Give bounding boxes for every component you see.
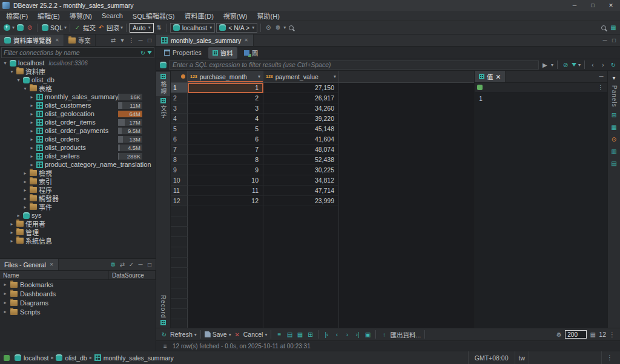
chevron-down-icon[interactable]: ▾ bbox=[551, 62, 553, 68]
maximize-panel-icon[interactable]: □ bbox=[145, 261, 154, 269]
cell-purchase-month[interactable]: 9 bbox=[188, 165, 263, 175]
network-icon[interactable]: ⊙ bbox=[264, 24, 272, 32]
tree-item-事件[interactable]: ▸事件 bbox=[0, 203, 156, 211]
expander-icon[interactable]: ▸ bbox=[2, 300, 8, 305]
expander-icon[interactable]: ▾ bbox=[9, 69, 15, 74]
chevron-down-icon[interactable]: ▾ bbox=[12, 25, 15, 30]
expander-icon[interactable]: ▸ bbox=[29, 162, 35, 167]
refresh-icon[interactable]: ↻ bbox=[160, 330, 168, 339]
expander-icon[interactable]: ▸ bbox=[29, 103, 35, 108]
toggle-panels-icon[interactable]: ▾ bbox=[610, 73, 618, 82]
aggregate-panel-icon[interactable]: ▦ bbox=[610, 123, 618, 132]
subtab-資料[interactable]: 資料 bbox=[208, 47, 237, 59]
tree-item-資料庫[interactable]: ▾資料庫 bbox=[0, 67, 156, 76]
column-header-purchase_month[interactable]: 123purchase_month▾ bbox=[188, 71, 263, 82]
expander-icon[interactable]: ▸ bbox=[29, 94, 35, 100]
subtab-圖[interactable]: 圖 bbox=[240, 47, 263, 59]
file-item-Scripts[interactable]: ▸Scripts bbox=[0, 307, 156, 316]
sql-filter-input[interactable] bbox=[173, 61, 535, 68]
history-back-icon[interactable]: ‹ bbox=[589, 60, 597, 69]
expander-icon[interactable]: ▸ bbox=[2, 291, 8, 296]
cell-purchase-month[interactable]: 8 bbox=[188, 155, 263, 165]
sql-editor-button[interactable]: SQL bbox=[50, 24, 63, 31]
breadcrumb-localhost[interactable]: localhost bbox=[13, 354, 50, 362]
row-number[interactable]: 9 bbox=[171, 165, 188, 175]
sql-editor-icon[interactable] bbox=[41, 24, 49, 32]
menu-item-視窗(W)[interactable]: 視窗(W) bbox=[219, 11, 252, 21]
previous-row-icon[interactable]: ‹ bbox=[332, 330, 341, 339]
expander-icon[interactable]: ▸ bbox=[29, 111, 35, 117]
chevron-down-icon[interactable]: ▾ bbox=[120, 25, 123, 30]
expander-icon[interactable]: ▸ bbox=[9, 221, 15, 227]
expander-icon[interactable]: ▸ bbox=[2, 309, 8, 314]
tree-item-olist_orders[interactable]: ▸olist_orders13M bbox=[0, 135, 156, 143]
rollback-icon[interactable]: ↶ bbox=[97, 24, 105, 32]
row-number[interactable]: 12 bbox=[171, 196, 188, 206]
menu-item-幫助(H)[interactable]: 幫助(H) bbox=[252, 11, 285, 21]
close-icon[interactable]: ✕ bbox=[244, 37, 248, 43]
settings-icon[interactable]: ⚙ bbox=[109, 261, 117, 269]
minimize-panel-icon[interactable]: ─ bbox=[136, 36, 145, 45]
view-settings-icon[interactable]: ⊞ bbox=[306, 330, 314, 339]
cell-payment-value[interactable]: 34,812 bbox=[263, 175, 339, 186]
disconnect-icon[interactable]: ⊘ bbox=[25, 24, 34, 32]
tree-item-olist_customers[interactable]: ▸olist_customers11M bbox=[0, 101, 156, 109]
save-button[interactable]: Save bbox=[213, 331, 227, 338]
column-dropdown-icon[interactable]: ▾ bbox=[334, 74, 336, 79]
expander-icon[interactable]: ▸ bbox=[29, 145, 35, 151]
menu-item-編輯(E)[interactable]: 編輯(E) bbox=[33, 11, 65, 21]
minimize-panel-icon[interactable]: ─ bbox=[597, 73, 605, 81]
column-header-payment_value[interactable]: 123payment_value▾ bbox=[263, 71, 339, 82]
rollback-button[interactable]: 回滾 bbox=[107, 23, 119, 32]
cell-purchase-month[interactable]: 7 bbox=[188, 145, 263, 155]
cell-payment-value[interactable]: 45,148 bbox=[263, 124, 339, 134]
tree-item-olist_db[interactable]: ▾olist_db bbox=[0, 76, 156, 84]
grid-corner-cell[interactable] bbox=[171, 71, 188, 82]
tree-item-檢視[interactable]: ▸檢視 bbox=[0, 169, 156, 177]
connection-select[interactable]: localhost ▾ bbox=[170, 23, 215, 33]
export-data-button[interactable]: 匯出資料... bbox=[390, 330, 421, 339]
next-row-icon[interactable]: › bbox=[343, 330, 351, 339]
breadcrumb-monthly_sales_summary[interactable]: monthly_sales_summary bbox=[93, 354, 176, 362]
minimize-window-icon[interactable]: ─ bbox=[566, 0, 584, 11]
record-mode-icon[interactable] bbox=[160, 320, 166, 325]
cell-payment-value[interactable]: 48,074 bbox=[263, 145, 339, 155]
row-number[interactable]: 3 bbox=[171, 103, 188, 114]
cell-purchase-month[interactable]: 3 bbox=[188, 103, 263, 114]
maximize-panel-icon[interactable]: □ bbox=[145, 36, 154, 45]
expander-icon[interactable]: ▾ bbox=[22, 86, 28, 91]
presentation-tab-文字[interactable]: 文字 bbox=[156, 96, 170, 120]
expander-icon[interactable]: ▸ bbox=[22, 204, 28, 210]
close-window-icon[interactable]: ✕ bbox=[602, 0, 620, 11]
cell-payment-value[interactable]: 41,604 bbox=[263, 134, 339, 145]
search-icon[interactable] bbox=[287, 24, 295, 32]
filter-funnel-icon[interactable] bbox=[572, 63, 576, 67]
first-row-icon[interactable]: |‹ bbox=[322, 330, 331, 339]
cell-payment-value[interactable]: 34,260 bbox=[263, 103, 339, 114]
timezone-indicator[interactable]: GMT+08:00 bbox=[468, 351, 515, 364]
row-number[interactable]: 10 bbox=[171, 175, 188, 186]
tree-item-系統信息[interactable]: ▸系統信息 bbox=[0, 236, 156, 245]
refresh-icon[interactable]: ↻ bbox=[139, 48, 147, 57]
cell-payment-value[interactable]: 39,220 bbox=[263, 114, 339, 124]
filter-funnel-icon[interactable] bbox=[147, 51, 152, 54]
close-icon[interactable]: ✕ bbox=[55, 37, 59, 43]
focus-cell-icon[interactable]: ▣ bbox=[363, 330, 372, 339]
results-menu-icon[interactable]: ⋮ bbox=[608, 330, 616, 339]
value-content[interactable]: 1 bbox=[475, 93, 607, 328]
database-select[interactable]: < N/A > ▾ bbox=[216, 23, 257, 33]
tree-item-olist_geolocation[interactable]: ▸olist_geolocation64M bbox=[0, 109, 156, 118]
row-number[interactable]: 2 bbox=[171, 93, 188, 103]
commit-button[interactable]: 提交 bbox=[83, 23, 96, 32]
value-panel-icon[interactable]: ⊞ bbox=[610, 111, 618, 120]
expander-icon[interactable]: ▸ bbox=[29, 154, 35, 159]
refresh-results-icon[interactable]: ↻ bbox=[609, 60, 618, 69]
tree-item-olist_order_payments[interactable]: ▸olist_order_payments9.5M bbox=[0, 126, 156, 135]
cell-purchase-month[interactable]: 12 bbox=[188, 196, 263, 206]
link-editor-icon[interactable]: ⇄ bbox=[118, 261, 127, 269]
cell-payment-value[interactable]: 47,714 bbox=[263, 186, 339, 196]
new-connection-icon[interactable]: + bbox=[2, 24, 11, 32]
value-menu-icon[interactable]: ⋮ bbox=[596, 83, 605, 92]
filter-source-icon[interactable] bbox=[159, 60, 167, 69]
fetch-size-input[interactable] bbox=[565, 330, 587, 339]
